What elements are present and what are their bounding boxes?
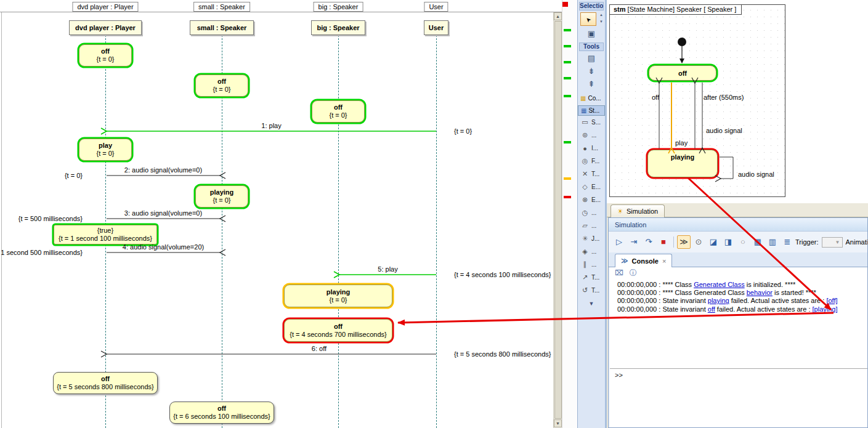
simulation-icon: ☀ bbox=[617, 208, 623, 216]
state-invariant[interactable]: off{t = 6 seconds 100 milliseconds} bbox=[169, 402, 274, 424]
state-invariant[interactable]: off{t = 4 seconds 700 milliseconds} bbox=[284, 319, 392, 342]
console-link[interactable]: Generated Class bbox=[694, 281, 745, 288]
scroll-marker[interactable] bbox=[564, 77, 571, 79]
initial-state-node[interactable] bbox=[678, 38, 686, 46]
scrollbar-thumb[interactable] bbox=[554, 21, 562, 419]
palette-item[interactable]: ↗T... bbox=[578, 271, 605, 284]
console-tab-row: ≫ Console × bbox=[609, 252, 867, 267]
palette-scroll-down-arrow[interactable]: ▼ bbox=[578, 301, 605, 307]
step-into-button[interactable]: ⇥ bbox=[627, 235, 641, 249]
lifeline-head[interactable]: User bbox=[424, 20, 448, 35]
validation-alert-square[interactable] bbox=[562, 2, 568, 7]
palette-item[interactable]: ▭S... bbox=[578, 116, 605, 129]
breakpoints-button[interactable]: ◪ bbox=[707, 235, 720, 249]
palette-item[interactable]: ●I... bbox=[578, 142, 605, 155]
transition-label[interactable]: off bbox=[652, 94, 659, 101]
sessions-button[interactable]: ▦ bbox=[751, 235, 765, 249]
sticky-tool[interactable]: ▣ bbox=[578, 28, 605, 41]
palette-item[interactable]: ∥... bbox=[578, 258, 605, 271]
state-invariant[interactable]: playing{t = 0} bbox=[195, 185, 248, 208]
tab-simulation[interactable]: ☀ Simulation bbox=[610, 204, 665, 217]
palette-group[interactable]: ▦Co... bbox=[578, 93, 605, 103]
palette-item-icon: ✕ bbox=[581, 170, 589, 178]
message-label[interactable]: 6: off bbox=[312, 345, 327, 352]
console-output[interactable]: ⌧ ⓘ 00:00:00,000 : **** Class Generated … bbox=[610, 267, 867, 427]
info-filter-icon[interactable]: ⓘ bbox=[630, 268, 637, 278]
state-invariant[interactable]: off{t = 0} bbox=[312, 100, 365, 123]
lifeline-header-label[interactable]: small : Speaker bbox=[193, 2, 250, 12]
state-invariant[interactable]: {true}{t = 1 second 100 milliseconds} bbox=[54, 225, 157, 244]
console-button[interactable]: ≫ bbox=[677, 235, 691, 249]
palette-item[interactable]: ⊗E... bbox=[578, 193, 605, 206]
close-icon[interactable]: × bbox=[662, 257, 666, 265]
state-invariant[interactable]: off{t = 5 seconds 800 milliseconds} bbox=[53, 372, 158, 394]
lifeline-head[interactable]: dvd player : Player bbox=[69, 20, 142, 35]
message-label[interactable]: 3: audio signal(volume=0) bbox=[124, 209, 202, 217]
clear-console-icon[interactable]: ⌧ bbox=[615, 269, 623, 277]
console-link[interactable]: playing bbox=[708, 297, 729, 304]
trigger-dropdown[interactable]: ▼ bbox=[822, 237, 843, 248]
scroll-up-button[interactable]: ▲ bbox=[554, 12, 562, 20]
selection-cursor-tool[interactable]: ➤ bbox=[580, 12, 596, 26]
transition-label[interactable]: audio signal bbox=[738, 171, 774, 178]
palette-group[interactable]: ▦St... bbox=[578, 105, 605, 116]
swimlane-tool-icon[interactable]: ⇞ bbox=[578, 78, 605, 91]
palette-item[interactable]: ◈... bbox=[578, 245, 605, 258]
scroll-down-button[interactable]: ▼ bbox=[554, 419, 562, 427]
scroll-marker[interactable] bbox=[564, 141, 571, 143]
step-over-button[interactable]: ↷ bbox=[642, 235, 655, 249]
palette-item[interactable]: ⊚... bbox=[578, 129, 605, 142]
palette-item[interactable]: ✳J... bbox=[578, 232, 605, 245]
clear-all-button[interactable]: ▥ bbox=[766, 235, 779, 249]
palette-item[interactable]: ◷... bbox=[578, 206, 605, 219]
scroll-marker[interactable] bbox=[564, 95, 571, 97]
console-link[interactable]: off bbox=[708, 305, 715, 313]
lifeline-header-label[interactable]: User bbox=[424, 2, 448, 12]
palette-scroll-up-icon[interactable]: ▲ bbox=[599, 13, 604, 17]
message-label[interactable]: 4: audio signal(volume=20) bbox=[123, 243, 204, 251]
lifeline-header-label[interactable]: big : Speaker bbox=[314, 2, 363, 12]
state-invariant[interactable]: play{t = 0} bbox=[79, 139, 132, 161]
message-label[interactable]: 2: audio signal(volume=0) bbox=[124, 166, 202, 174]
message-label[interactable]: 5: play bbox=[378, 265, 397, 273]
state-invariant[interactable]: off{t = 0} bbox=[79, 44, 132, 67]
transition-label[interactable]: play bbox=[675, 139, 688, 147]
palette-item[interactable]: ▱... bbox=[578, 219, 605, 232]
console-link[interactable]: [off] bbox=[826, 297, 837, 304]
state-playing[interactable]: playing bbox=[647, 150, 718, 177]
export-button[interactable]: ≣ bbox=[781, 235, 794, 249]
state-invariant[interactable]: off{t = 0} bbox=[195, 75, 248, 97]
expand-tool-icon[interactable]: ⇟ bbox=[578, 65, 605, 78]
vertical-scrollbar[interactable]: ▲ ▼ bbox=[553, 12, 562, 428]
sequence-diagram-panel[interactable]: dvd player : Playersmall : Speakerbig : … bbox=[0, 0, 562, 428]
scroll-marker[interactable] bbox=[564, 45, 571, 47]
state-machine-diagram-panel[interactable]: stm [State Machine] Speaker [ Speaker ] … bbox=[607, 0, 868, 203]
options-button[interactable]: ⊙ bbox=[692, 235, 705, 249]
scroll-marker[interactable] bbox=[564, 29, 571, 31]
scroll-marker[interactable] bbox=[564, 177, 571, 180]
palette-item[interactable]: ◎F... bbox=[578, 155, 605, 168]
variables-button[interactable]: ◨ bbox=[721, 235, 735, 249]
palette-scroll-down-icon[interactable]: ▼ bbox=[599, 20, 604, 23]
lifeline-head[interactable]: big : Speaker bbox=[311, 20, 365, 35]
message-label[interactable]: 1: play bbox=[261, 122, 281, 129]
stop-button[interactable]: ■ bbox=[657, 235, 670, 249]
lifeline-head[interactable]: small : Speaker bbox=[190, 20, 254, 35]
stamp-tool-icon[interactable]: ▤ bbox=[578, 52, 605, 65]
palette-item[interactable]: ◇E... bbox=[578, 180, 605, 193]
scroll-marker[interactable] bbox=[564, 196, 571, 198]
lifeline-header-label[interactable]: dvd player : Player bbox=[72, 2, 138, 12]
console-link[interactable]: behavior bbox=[747, 289, 773, 296]
state-invariant[interactable]: playing{t = 0} bbox=[284, 285, 392, 307]
console-link[interactable]: [playing] bbox=[813, 305, 838, 313]
palette-item[interactable]: ✕T... bbox=[578, 168, 605, 180]
record-button[interactable]: ○ bbox=[736, 235, 750, 249]
scroll-marker[interactable] bbox=[564, 61, 571, 63]
console-input[interactable]: >> bbox=[610, 368, 867, 427]
transition-label[interactable]: after (550ms) bbox=[704, 94, 744, 101]
transition-label[interactable]: audio signal bbox=[706, 127, 742, 134]
run-button[interactable]: ▷ bbox=[612, 235, 626, 249]
state-off[interactable]: off bbox=[649, 65, 716, 81]
palette-item[interactable]: ↺T... bbox=[578, 284, 605, 297]
tab-console[interactable]: ≫ Console × bbox=[615, 254, 672, 267]
